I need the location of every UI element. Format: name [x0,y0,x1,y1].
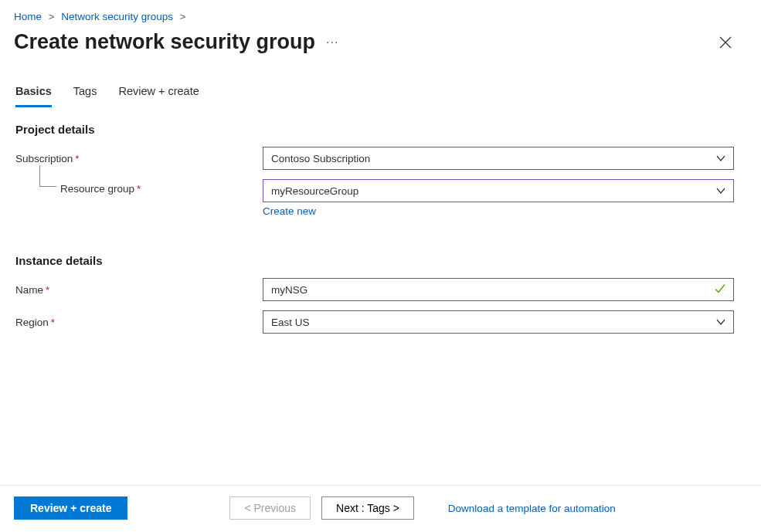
form-content: Project details Subscription * Contoso S… [0,107,761,334]
previous-button: < Previous [229,496,311,520]
label-subscription: Subscription * [15,153,263,164]
create-new-link-wrap: Create new [263,205,734,217]
name-input[interactable]: myNSG [263,278,734,301]
footer: Review + create < Previous Next : Tags >… [0,485,761,532]
name-value: myNSG [271,284,307,296]
required-icon: * [137,183,141,195]
more-icon[interactable]: ··· [326,36,338,49]
breadcrumb-home[interactable]: Home [14,11,42,22]
chevron-down-icon [715,185,726,196]
label-resource-group-text: Resource group [60,183,134,195]
region-value: East US [271,317,310,328]
indent-line-icon [39,165,56,187]
resource-group-dropdown[interactable]: myResourceGroup [263,179,734,202]
download-template-link[interactable]: Download a template for automation [448,503,616,514]
create-new-link[interactable]: Create new [263,205,316,217]
tab-tags[interactable]: Tags [73,85,97,107]
breadcrumb: Home > Network security groups > [0,0,761,22]
required-icon: * [51,317,55,328]
close-icon [719,36,732,49]
label-name-text: Name [15,284,43,296]
row-subscription: Subscription * Contoso Subscription [15,147,747,170]
label-region: Region * [15,317,263,328]
required-icon: * [75,153,79,164]
check-icon [714,283,726,297]
row-resource-group: Resource group * myResourceGroup Create … [15,179,747,217]
row-name: Name * myNSG [15,278,747,301]
row-region: Region * East US [15,310,747,334]
title-row: Create network security group ··· [0,22,761,54]
chevron-down-icon [715,317,726,327]
resource-group-value: myResourceGroup [271,185,358,197]
label-resource-group: Resource group * [15,179,263,195]
chevron-right-icon: > [180,11,186,22]
label-region-text: Region [15,317,49,328]
chevron-right-icon: > [49,11,55,22]
tab-review[interactable]: Review + create [118,85,199,107]
section-project-details: Project details [15,123,747,136]
next-button[interactable]: Next : Tags > [321,496,414,520]
label-name: Name * [15,284,263,296]
required-icon: * [46,284,49,296]
region-dropdown[interactable]: East US [263,310,734,334]
chevron-down-icon [715,153,726,164]
subscription-dropdown[interactable]: Contoso Subscription [263,147,734,170]
tabs: Basics Tags Review + create [0,54,761,107]
section-instance-details: Instance details [15,254,747,267]
breadcrumb-nsg[interactable]: Network security groups [61,11,173,22]
label-subscription-text: Subscription [15,153,73,164]
close-button[interactable] [715,32,736,53]
subscription-value: Contoso Subscription [271,153,370,164]
tab-basics[interactable]: Basics [15,85,52,107]
page-title: Create network security group [14,30,315,54]
review-create-button[interactable]: Review + create [14,496,127,520]
